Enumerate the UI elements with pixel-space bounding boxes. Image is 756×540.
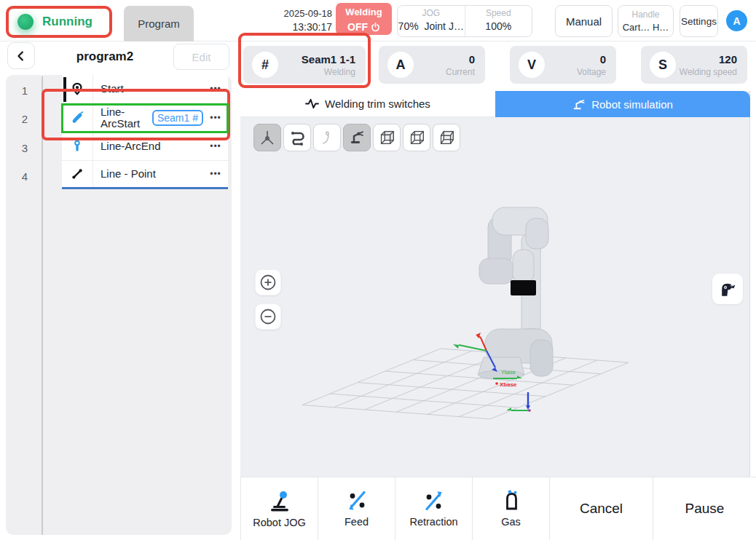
speed-card-icon: S: [650, 52, 676, 78]
row-number-4: 4: [16, 170, 34, 183]
handle-button[interactable]: Handle Cart… H…: [618, 5, 674, 37]
line-point-icon: [71, 167, 84, 180]
back-button[interactable]: [7, 42, 35, 69]
handle-label: Handle: [631, 9, 659, 20]
retraction-icon: [423, 490, 445, 512]
running-status-icon: [17, 14, 34, 30]
robot-arm-model: [478, 207, 553, 379]
speed-value: 100%: [465, 19, 532, 33]
current-card: A 0 Current: [379, 46, 485, 84]
tab-robot-simulation[interactable]: Robot simulation: [495, 91, 750, 117]
edit-label: Edit: [192, 51, 211, 63]
tab-program-label: Program: [138, 17, 180, 30]
tab-program[interactable]: Program: [124, 6, 194, 41]
robot-jog-button[interactable]: Robot JOG: [241, 477, 318, 540]
feed-label: Feed: [344, 516, 369, 528]
welding-speed-subtitle: Welding speed: [676, 66, 737, 78]
current-value: 0: [414, 52, 475, 66]
row-more-button[interactable]: •••: [203, 161, 228, 187]
arc-end-icon: [71, 140, 84, 153]
settings-button[interactable]: Settings: [680, 5, 718, 37]
feed-button[interactable]: Feed: [318, 477, 395, 540]
welding-label: Welding: [336, 5, 392, 20]
pause-button[interactable]: Pause: [653, 477, 756, 540]
row-number-1: 1: [16, 84, 34, 97]
retraction-label: Retraction: [409, 516, 457, 528]
program-row-linepoint[interactable]: Line - Point •••: [62, 161, 228, 189]
pause-label: Pause: [685, 501, 725, 517]
speed-label: Speed: [465, 8, 532, 19]
waveform-icon: [305, 98, 319, 110]
handle-value: Cart… H…: [623, 20, 669, 35]
feed-icon: [346, 490, 368, 512]
manual-label: Manual: [566, 15, 602, 28]
current-card-icon: A: [387, 52, 414, 78]
running-status-label: Running: [42, 15, 92, 29]
voltage-subtitle: Voltage: [545, 66, 606, 78]
gutter-divider: [42, 76, 43, 535]
program-title: program2: [44, 49, 166, 64]
robot-3d-scene[interactable]: Ybase Xbase: [240, 117, 750, 477]
tab-welding-trim-switches[interactable]: Welding trim switches: [240, 91, 495, 117]
edit-button[interactable]: Edit: [173, 44, 229, 70]
annotation-box-running: Running: [6, 6, 112, 38]
cancel-label: Cancel: [580, 501, 623, 517]
cancel-button[interactable]: Cancel: [550, 477, 653, 540]
welding-speed-value: 120: [676, 52, 737, 66]
zoom-out-icon: [259, 308, 277, 325]
chevron-left-icon: [15, 50, 27, 62]
voltage-card: V 0 Voltage: [510, 46, 616, 84]
welding-state: OFF: [347, 20, 368, 34]
bottom-action-bar: Robot JOG Feed Retraction Gas Cancel Pau…: [240, 477, 756, 540]
settings-label: Settings: [681, 16, 717, 27]
jog-label: JOG: [398, 8, 465, 19]
voltage-card-icon: V: [519, 52, 545, 78]
voltage-value: 0: [545, 52, 606, 66]
top-bar: Running Program 2025-09-18 13:30:17 Weld…: [0, 0, 756, 41]
annotation-green-box-arcstart: [61, 103, 229, 133]
zoom-in-button[interactable]: [255, 269, 281, 295]
tab-trim-label: Welding trim switches: [325, 98, 430, 110]
tab-sim-label: Robot simulation: [591, 98, 673, 111]
zoom-in-icon: [259, 274, 277, 291]
jog-speed-panel[interactable]: JOG 70% Joint J… Speed 100%: [397, 5, 532, 37]
jog-mode: Joint J…: [424, 20, 463, 32]
jog-section[interactable]: JOG 70% Joint J…: [398, 6, 465, 36]
retraction-button[interactable]: Retraction: [395, 477, 473, 540]
zoom-out-button[interactable]: [255, 303, 281, 330]
date-text: 2025-09-18: [275, 7, 332, 20]
gas-label: Gas: [501, 516, 521, 528]
program-row-label: Line - Point: [93, 161, 203, 187]
robot-arm-icon: [572, 98, 586, 111]
row-number-2: 2: [16, 113, 34, 125]
gas-cylinder-icon: [500, 490, 522, 512]
gas-button[interactable]: Gas: [473, 477, 550, 540]
row-number-3: 3: [16, 142, 34, 154]
current-subtitle: Current: [414, 66, 475, 78]
annotation-red-box-seam-card: [238, 33, 371, 88]
joystick-icon: [268, 489, 291, 512]
jog-value: 70%: [398, 20, 419, 32]
speed-section[interactable]: Speed 100%: [465, 6, 532, 36]
user-avatar[interactable]: A: [726, 10, 747, 31]
robot-pose-button[interactable]: [712, 274, 743, 304]
power-icon: [371, 23, 380, 32]
welding-speed-card: S 120 Welding speed: [641, 46, 747, 84]
x-axis-label: Xbase: [500, 381, 517, 388]
sim-grid: [302, 349, 629, 419]
y-axis-label: Ybase: [501, 370, 516, 375]
robot-jog-label: Robot JOG: [253, 517, 306, 528]
simulation-panel: Welding trim switches Robot simulation: [240, 91, 750, 477]
datetime-display: 2025-09-18 13:30:17: [275, 7, 332, 34]
robot-head-icon: [718, 279, 737, 298]
manual-mode-button[interactable]: Manual: [555, 5, 613, 37]
avatar-letter: A: [733, 15, 740, 27]
welding-toggle-button[interactable]: Welding OFF: [336, 3, 392, 35]
